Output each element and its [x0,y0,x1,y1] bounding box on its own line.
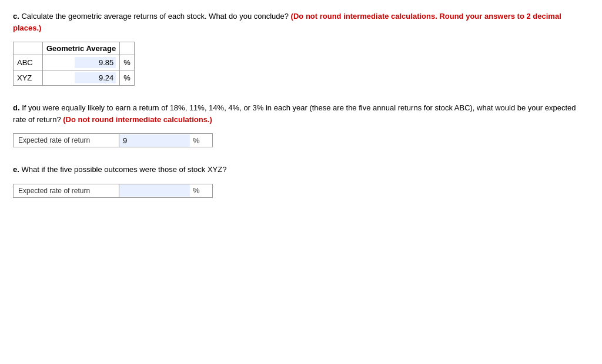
table-header-geometric-average: Geometric Average [43,42,120,55]
section-e-percent-unit: % [190,184,203,197]
section-d-label: d. [13,103,20,112]
stock-abc-input[interactable] [75,57,116,68]
stock-xyz-value-cell[interactable] [43,70,120,86]
geometric-average-table-container: Geometric Average ABC % XYZ % [13,42,589,86]
section-c-text: c. Calculate the geometric average retur… [13,11,589,33]
section-d-expected-return-input[interactable] [119,134,190,147]
stock-xyz-unit: % [120,70,135,86]
stock-abc-unit: % [120,55,135,70]
section-c-label: c. [13,12,19,21]
section-d: d. If you were equally likely to earn a … [13,102,589,147]
stock-xyz-label: XYZ [14,70,43,86]
stock-abc-label: ABC [14,55,43,70]
table-header-unit [120,42,135,55]
stock-xyz-input[interactable] [75,72,116,83]
section-d-percent-unit: % [190,134,203,147]
section-e-input-row: Expected rate of return % [13,184,213,198]
section-e-label: e. [13,165,19,174]
section-d-text: d. If you were equally likely to earn a … [13,102,589,125]
section-e-text: e. What if the five possible outcomes we… [13,164,589,176]
table-row-abc: ABC % [14,55,135,70]
geometric-average-table: Geometric Average ABC % XYZ % [13,42,135,86]
section-d-input-label: Expected rate of return [14,134,119,147]
section-e-expected-return-input[interactable] [119,184,190,197]
table-empty-header [14,42,43,55]
section-c: c. Calculate the geometric average retur… [13,11,589,86]
stock-abc-value-cell[interactable] [43,55,120,70]
table-row-xyz: XYZ % [14,70,135,86]
section-e: e. What if the five possible outcomes we… [13,164,589,198]
section-e-input-label: Expected rate of return [14,184,119,197]
section-d-instruction: (Do not round intermediate calculations.… [63,115,212,124]
section-d-input-row: Expected rate of return % [13,133,213,147]
